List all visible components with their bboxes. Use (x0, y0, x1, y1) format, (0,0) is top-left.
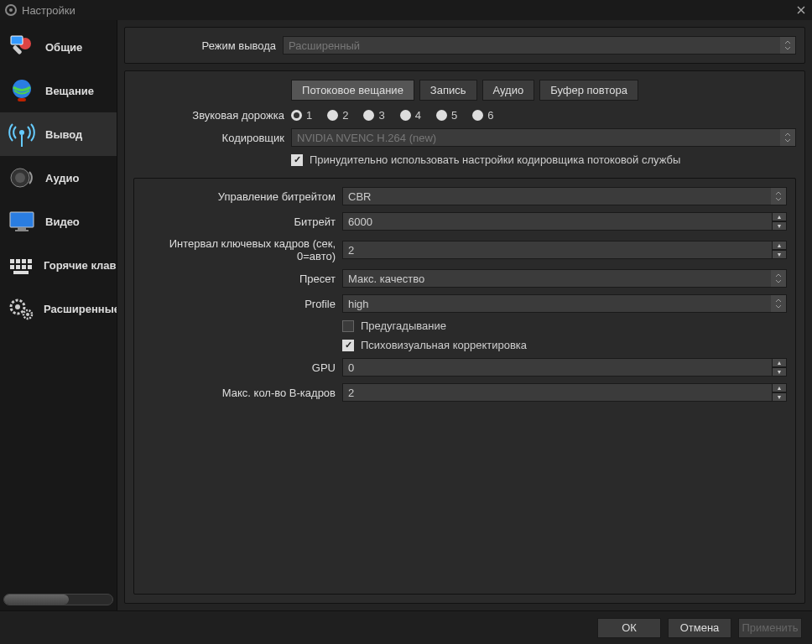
sidebar-item-label: Видео (45, 216, 80, 228)
preset-label: Пресет (143, 273, 336, 285)
sidebar-item-label: Вещание (45, 85, 94, 97)
psycho-checkbox[interactable]: ✓ (342, 340, 354, 351)
psycho-label: Психовизуальная корректировка (361, 339, 527, 351)
apply-button[interactable]: Применить (738, 618, 802, 638)
keyint-spinner[interactable]: 2 ▲▼ (342, 241, 787, 259)
track-4-radio[interactable]: 4 (400, 109, 421, 122)
chevron-up-icon[interactable]: ▲ (772, 383, 787, 392)
svg-rect-17 (16, 265, 20, 269)
footer: ОК Отмена Применить (0, 610, 812, 644)
enforce-label: Принудительно использовать настройки код… (310, 153, 680, 166)
close-icon[interactable] (795, 4, 807, 16)
svg-rect-10 (18, 227, 26, 230)
tab-streaming[interactable]: Потоковое вещание (291, 80, 414, 101)
svg-rect-15 (28, 259, 32, 263)
sidebar-item-stream[interactable]: Вещание (0, 69, 117, 112)
bitrate-label: Битрейт (143, 216, 336, 228)
sidebar-item-audio[interactable]: Аудио (0, 156, 117, 200)
chevron-updown-icon (780, 129, 795, 146)
svg-rect-14 (22, 259, 26, 263)
chevron-updown-icon (771, 295, 786, 312)
chevron-updown-icon (771, 270, 786, 287)
bitrate-spinner[interactable]: 6000 ▲▼ (342, 212, 787, 231)
encoder-label: Кодировщик (133, 132, 284, 144)
lookahead-label: Предугадывание (361, 319, 446, 332)
sidebar-scrollbar[interactable] (3, 594, 113, 605)
track-3-radio[interactable]: 3 (363, 109, 384, 122)
sidebar: Общие Вещание Вывод Аудио (0, 20, 117, 610)
sidebar-item-hotkeys[interactable]: Горячие клавиши (0, 243, 117, 287)
lookahead-checkbox[interactable] (342, 320, 354, 332)
speaker-icon (7, 163, 37, 193)
rate-control-select[interactable]: CBR (342, 187, 787, 205)
track-5-radio[interactable]: 5 (436, 109, 457, 122)
svg-rect-12 (10, 259, 14, 263)
chevron-updown-icon (771, 188, 786, 205)
svg-rect-11 (15, 230, 29, 231)
svg-rect-9 (10, 212, 34, 227)
keyint-label: Интервал ключевых кадров (сек, 0=авто) (143, 237, 336, 262)
svg-point-8 (15, 173, 25, 183)
window-title: Настройки (22, 4, 75, 17)
output-mode-select[interactable]: Расширенный (283, 36, 796, 55)
tab-recording[interactable]: Запись (419, 80, 477, 101)
chevron-updown-icon (780, 37, 795, 54)
cancel-button[interactable]: Отмена (668, 618, 731, 638)
tab-replay[interactable]: Буфер повтора (539, 80, 638, 101)
keyboard-icon (7, 250, 35, 280)
streaming-panel: Потоковое вещание Запись Аудио Буфер пов… (124, 70, 805, 604)
rate-control-label: Управление битрейтом (143, 190, 336, 203)
output-mode-panel: Режим вывода Расширенный (124, 27, 805, 64)
output-tabs: Потоковое вещание Запись Аудио Буфер пов… (133, 80, 796, 101)
svg-rect-16 (10, 265, 14, 269)
svg-rect-13 (16, 259, 20, 263)
svg-rect-18 (22, 265, 26, 269)
chevron-down-icon[interactable]: ▼ (772, 250, 787, 259)
encoder-select[interactable]: NVIDIA NVENC H.264 (new) (291, 128, 796, 147)
titlebar: Настройки (0, 0, 812, 20)
enforce-checkbox[interactable]: ✓ (291, 154, 303, 166)
track-2-radio[interactable]: 2 (327, 109, 348, 122)
bframes-spinner[interactable]: 2 ▲▼ (342, 383, 787, 402)
svg-point-5 (19, 130, 24, 135)
chevron-down-icon[interactable]: ▼ (772, 392, 787, 402)
ok-button[interactable]: ОК (597, 618, 661, 638)
monitor-icon (7, 206, 37, 236)
chevron-up-icon[interactable]: ▲ (772, 212, 787, 221)
broadcast-icon (7, 119, 37, 149)
svg-rect-19 (28, 265, 32, 269)
sidebar-item-general[interactable]: Общие (0, 25, 117, 69)
profile-label: Profile (143, 298, 336, 310)
preset-select[interactable]: Макс. качество (342, 269, 787, 288)
output-mode-label: Режим вывода (133, 39, 276, 52)
sidebar-item-video[interactable]: Видео (0, 200, 117, 243)
chevron-up-icon[interactable]: ▲ (772, 241, 787, 250)
svg-rect-4 (18, 98, 26, 101)
globe-icon (7, 75, 37, 106)
sidebar-item-label: Горячие клавиши (44, 259, 117, 272)
wrench-icon (7, 32, 37, 62)
sidebar-item-label: Расширенные (44, 303, 117, 315)
gpu-spinner[interactable]: 0 ▲▼ (342, 358, 787, 377)
chevron-up-icon[interactable]: ▲ (772, 358, 787, 367)
sidebar-item-label: Аудио (45, 172, 79, 184)
bframes-label: Макс. кол-во B-кадров (143, 387, 336, 399)
svg-rect-2 (11, 36, 23, 44)
sidebar-item-label: Вывод (45, 128, 82, 141)
sidebar-item-advanced[interactable]: Расширенные (0, 287, 117, 330)
svg-rect-20 (13, 271, 29, 274)
audio-track-group: 1 2 3 4 5 6 (291, 109, 796, 122)
svg-point-22 (15, 304, 20, 309)
sidebar-item-output[interactable]: Вывод (0, 112, 117, 156)
app-icon (5, 4, 17, 16)
gpu-label: GPU (143, 361, 336, 374)
chevron-down-icon[interactable]: ▼ (772, 367, 787, 377)
chevron-down-icon[interactable]: ▼ (772, 221, 787, 231)
encoder-settings-panel: Управление битрейтом CBR Битрейт (133, 178, 796, 595)
svg-point-24 (26, 313, 29, 316)
sidebar-item-label: Общие (45, 41, 82, 54)
track-6-radio[interactable]: 6 (472, 109, 493, 122)
profile-select[interactable]: high (342, 294, 787, 313)
track-1-radio[interactable]: 1 (291, 109, 312, 122)
tab-audio[interactable]: Аудио (482, 80, 535, 101)
